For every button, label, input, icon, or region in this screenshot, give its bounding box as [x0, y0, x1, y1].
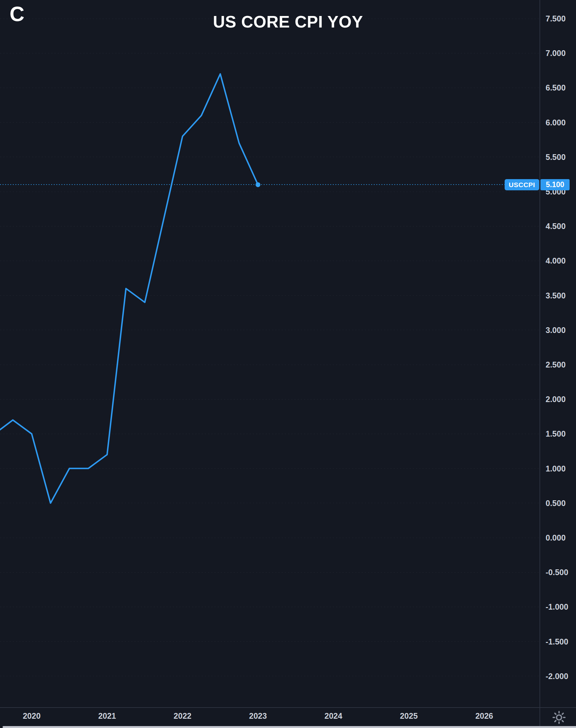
price-tick-label: 0.000 — [546, 533, 566, 543]
price-tick-label: 1.500 — [546, 429, 566, 439]
price-tick-label: 4.500 — [546, 221, 566, 231]
time-axis-border — [0, 707, 576, 708]
price-tick-label: 3.000 — [546, 325, 566, 335]
price-tick-label: 1.000 — [546, 463, 566, 474]
horizontal-scrollbar[interactable] — [3, 726, 576, 728]
price-tick-label: 7.000 — [546, 48, 566, 58]
time-tick-label: 2024 — [324, 711, 342, 721]
price-tick-label: -0.500 — [546, 567, 568, 577]
price-tick-label: 2.500 — [546, 360, 566, 370]
price-tick-label: 2.000 — [546, 394, 566, 404]
price-tick-label: -1.000 — [546, 602, 568, 612]
series-ticker-badge: USCCPI — [505, 179, 539, 190]
time-tick-label: 2021 — [98, 711, 116, 721]
price-tick-label: 6.500 — [546, 83, 566, 93]
last-price-line — [0, 184, 505, 185]
series-polyline — [0, 74, 258, 503]
price-tick-label: 5.500 — [546, 152, 566, 162]
price-line-series[interactable] — [0, 0, 540, 707]
price-tick-label: 3.500 — [546, 291, 566, 301]
price-axis[interactable]: 7.5007.0006.5006.0005.5005.0004.5004.000… — [540, 0, 576, 707]
price-tick-label: 0.500 — [546, 498, 566, 508]
sun-icon[interactable] — [552, 710, 567, 725]
time-tick-label: 2025 — [400, 711, 418, 721]
last-price-badge: 5.100 — [541, 179, 570, 190]
chart-title: US CORE CPI YOY — [0, 12, 576, 31]
time-tick-label: 2026 — [475, 711, 493, 721]
time-axis[interactable]: 2020202120222023202420252026 — [0, 708, 540, 726]
chart-window: 7.5007.0006.5006.0005.5005.0004.5004.000… — [0, 0, 576, 728]
price-chart-canvas[interactable] — [0, 0, 540, 707]
price-tick-label: -2.000 — [546, 671, 568, 681]
time-tick-label: 2022 — [174, 711, 192, 721]
price-tick-label: 6.000 — [546, 117, 566, 128]
price-tick-label: -1.500 — [546, 637, 568, 647]
price-tick-label: 4.000 — [546, 255, 566, 266]
time-tick-label: 2023 — [249, 711, 267, 721]
time-tick-label: 2020 — [23, 711, 41, 721]
price-axis-border — [540, 0, 540, 728]
